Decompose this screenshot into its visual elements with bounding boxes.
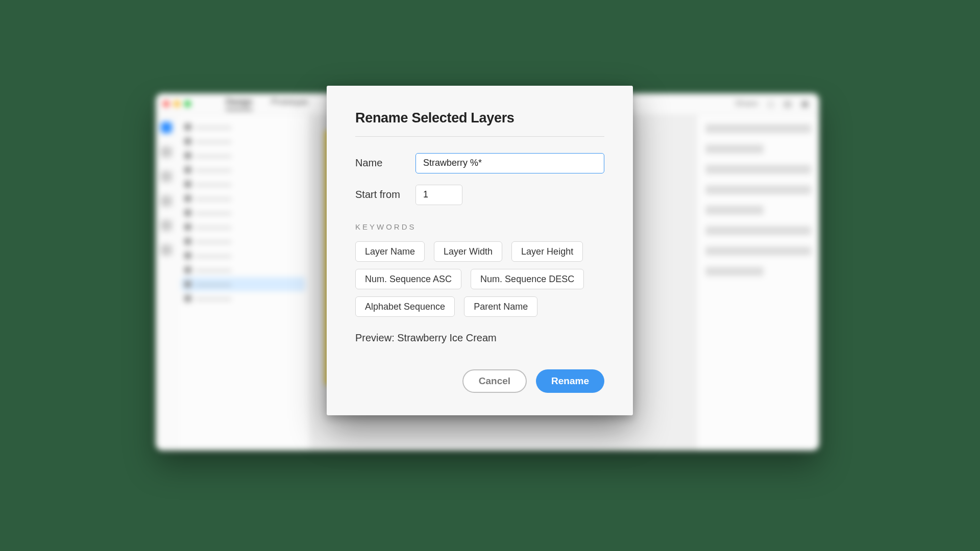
keywords-section-label: KEYWORDS — [355, 222, 604, 231]
tool-rail — [156, 115, 177, 450]
name-label: Name — [355, 157, 415, 169]
keyword-chip-layer-name[interactable]: Layer Name — [355, 241, 425, 262]
keyword-chip-layer-width[interactable]: Layer Width — [434, 241, 502, 262]
rail-icon — [161, 220, 172, 231]
traffic-light-minimize-icon — [174, 101, 180, 107]
toolbar-icon: ▣ — [801, 98, 809, 109]
tab-prototype: Prototype — [271, 97, 308, 110]
rail-icon — [161, 146, 172, 158]
preview-value: Strawberry Ice Cream — [397, 332, 497, 343]
rail-icon — [161, 244, 172, 256]
cancel-button[interactable]: Cancel — [462, 369, 527, 393]
keyword-chip-num-seq-asc[interactable]: Num. Sequence ASC — [355, 269, 461, 289]
keyword-chip-parent-name[interactable]: Parent Name — [464, 296, 537, 317]
start-from-label: Start from — [355, 189, 415, 201]
traffic-light-close-icon — [163, 101, 169, 107]
preview-label: Preview: — [355, 332, 397, 343]
inspector-panel — [697, 115, 819, 450]
rail-icon — [161, 171, 172, 182]
dialog-title: Rename Selected Layers — [355, 110, 604, 126]
keyword-chip-num-seq-desc[interactable]: Num. Sequence DESC — [471, 269, 584, 289]
traffic-light-zoom-icon — [184, 101, 191, 107]
keyword-chip-alpha-seq[interactable]: Alphabet Sequence — [355, 296, 455, 317]
rename-button[interactable]: Rename — [536, 369, 604, 393]
start-from-input[interactable] — [415, 185, 462, 205]
toolbar-icon: ◻ — [767, 98, 774, 109]
rail-icon — [161, 195, 172, 207]
rename-layers-dialog: Rename Selected Layers Name Start from K… — [327, 86, 633, 415]
tab-design: Design — [226, 97, 253, 110]
keyword-chip-layer-height[interactable]: Layer Height — [511, 241, 583, 262]
keyword-chips: Layer Name Layer Width Layer Height Num.… — [355, 241, 604, 317]
name-input[interactable] — [415, 153, 604, 173]
layers-panel: ————— ————— ————— ————— ————— ————— ————… — [177, 115, 310, 450]
rail-icon — [161, 122, 172, 133]
preview-line: Preview: Strawberry Ice Cream — [355, 332, 604, 344]
divider — [355, 136, 604, 137]
share-label: Share — [735, 98, 758, 109]
toolbar-icon: ▤ — [783, 98, 792, 109]
